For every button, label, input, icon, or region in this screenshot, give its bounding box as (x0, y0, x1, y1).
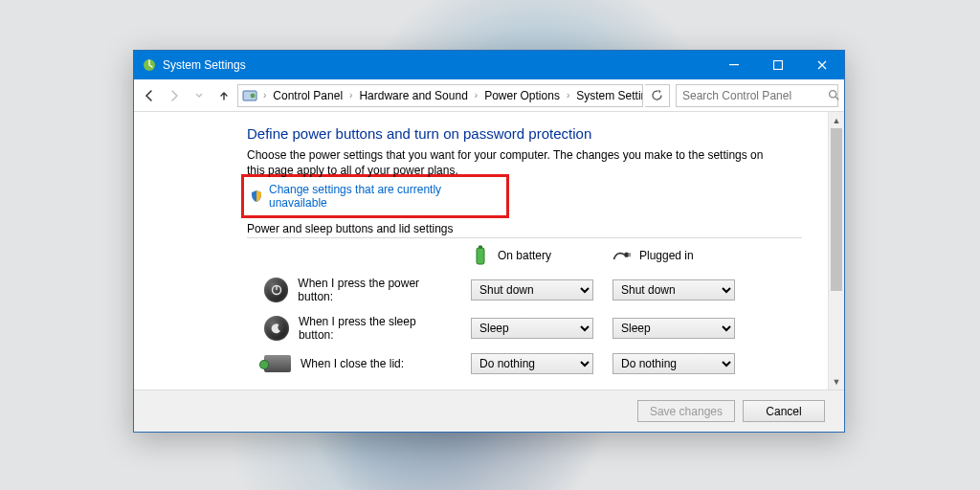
minimize-button[interactable] (712, 51, 756, 79)
scroll-down-button[interactable]: ▼ (829, 373, 844, 390)
sleep-button-plugged-select[interactable]: Sleep (612, 318, 735, 339)
lid-battery-select[interactable]: Do nothing (471, 353, 593, 374)
save-changes-button[interactable]: Save changes (637, 400, 735, 422)
plug-icon (612, 246, 632, 265)
power-settings-grid: On battery Plugged in When I press the p… (262, 246, 809, 374)
vertical-scrollbar[interactable]: ▲ ▼ (828, 112, 844, 390)
control-panel-icon (242, 87, 257, 104)
power-button-plugged-select[interactable]: Shut down (612, 279, 735, 301)
search-input[interactable] (680, 88, 828, 103)
up-button[interactable] (212, 84, 235, 107)
svg-rect-7 (479, 246, 482, 249)
button-bar: Save changes Cancel (134, 390, 844, 432)
chevron-right-icon[interactable]: › (473, 90, 479, 100)
forward-button[interactable] (163, 84, 186, 107)
column-plugged-in: Plugged in (612, 246, 737, 265)
system-settings-window: System Settings › Control (133, 50, 845, 433)
breadcrumb-bar[interactable]: › Control Panel › Hardware and Sound › P… (237, 84, 643, 107)
svg-point-5 (830, 91, 836, 98)
address-bar-row: › Control Panel › Hardware and Sound › P… (134, 79, 844, 112)
change-unavailable-settings-link[interactable]: Change settings that are currently unava… (250, 183, 501, 210)
change-unavailable-settings-text: Change settings that are currently unava… (269, 183, 501, 210)
breadcrumb-control-panel[interactable]: Control Panel (268, 85, 347, 106)
app-icon (142, 57, 157, 73)
svg-rect-12 (276, 285, 277, 290)
section-power-sleep-lid: Power and sleep buttons and lid settings (247, 222, 802, 238)
row-close-lid: When I close the lid: (262, 355, 454, 372)
section-shutdown-settings: Shutdown settings (247, 388, 802, 390)
recent-locations-button[interactable] (188, 84, 211, 107)
chevron-right-icon[interactable]: › (565, 90, 571, 100)
power-icon (264, 278, 288, 302)
search-box[interactable] (676, 84, 838, 107)
page-heading: Define power buttons and turn on passwor… (247, 125, 809, 142)
titlebar[interactable]: System Settings (134, 51, 844, 79)
chevron-right-icon[interactable]: › (347, 90, 354, 100)
chevron-right-icon[interactable]: › (261, 90, 268, 100)
row-sleep-button: When I press the sleep button: (262, 315, 454, 342)
back-button[interactable] (138, 84, 161, 107)
laptop-lid-icon (264, 355, 291, 372)
scroll-thumb[interactable] (831, 128, 842, 291)
svg-point-4 (251, 93, 256, 98)
svg-rect-9 (629, 254, 632, 255)
annotation-highlight: Change settings that are currently unava… (241, 174, 509, 218)
lid-plugged-select[interactable]: Do nothing (612, 353, 735, 374)
breadcrumb-power-options[interactable]: Power Options (479, 85, 565, 106)
breadcrumb-system-settings[interactable]: System Settings (571, 85, 643, 106)
shield-icon (250, 189, 263, 203)
svg-rect-8 (625, 253, 629, 257)
page-description: Choose the power settings that you want … (247, 147, 783, 178)
scroll-up-button[interactable]: ▲ (829, 112, 844, 128)
breadcrumb-hardware-and-sound[interactable]: Hardware and Sound (354, 85, 472, 106)
column-on-battery: On battery (471, 246, 595, 265)
refresh-button[interactable] (645, 84, 670, 107)
maximize-button[interactable] (756, 51, 800, 79)
row-power-button: When I press the power button: (262, 277, 454, 303)
cancel-button[interactable]: Cancel (743, 400, 825, 422)
svg-rect-2 (774, 61, 783, 70)
power-button-battery-select[interactable]: Shut down (471, 279, 593, 301)
close-button[interactable] (800, 51, 844, 79)
window-title: System Settings (163, 58, 246, 72)
content-pane: Define power buttons and turn on passwor… (134, 112, 828, 390)
svg-rect-10 (629, 256, 632, 256)
svg-rect-6 (477, 248, 484, 264)
battery-icon (471, 246, 490, 265)
search-icon (828, 89, 840, 101)
sleep-button-battery-select[interactable]: Sleep (471, 318, 593, 339)
svg-rect-1 (729, 64, 739, 65)
sleep-icon (264, 316, 289, 341)
